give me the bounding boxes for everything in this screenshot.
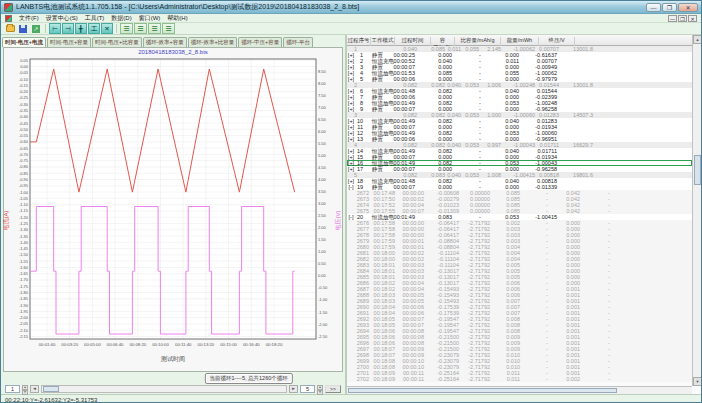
toolbar: ↗ ⊢ ⊣ ╋ 工 ✕ ☰ ☰ ☰ ☰ <box>1 23 701 35</box>
toolbar-separator <box>116 24 117 33</box>
svg-text:-1.80: -1.80 <box>19 290 29 295</box>
stepper-down-icon[interactable]: ▼ <box>317 390 323 395</box>
scroll-left-button[interactable]: ◄ <box>30 385 39 393</box>
svg-text:0.05: 0.05 <box>20 58 29 63</box>
header-specific-capacity[interactable]: 比容量/mAh/g <box>455 37 501 46</box>
tab-cycle-platform[interactable]: 循环-平台 <box>283 37 313 47</box>
header-work-mode[interactable]: 工作模式 <box>371 37 395 46</box>
cross-cursor-button[interactable]: ╋ <box>75 23 87 34</box>
export-data-button[interactable]: ↗ <box>30 23 42 34</box>
svg-text:4.50: 4.50 <box>318 165 327 170</box>
menu-help[interactable]: 帮助(H) <box>167 14 187 23</box>
svg-text:00:15:00: 00:15:00 <box>220 342 237 347</box>
open-file-button[interactable] <box>4 23 16 34</box>
table-hscrollbar-thumb[interactable] <box>348 388 617 393</box>
cycle-count-input[interactable]: 5 <box>300 385 315 393</box>
cycle-count-stepper[interactable]: ▲▼ <box>317 385 323 393</box>
tab-cycle-midvoltage-capacity[interactable]: 循环-中压+容量 <box>238 37 282 47</box>
menu-tools[interactable]: 工具(T) <box>85 14 105 23</box>
svg-text:-1.15: -1.15 <box>19 208 29 213</box>
svg-text:2.00: 2.00 <box>318 225 327 230</box>
svg-text:-2.50: -2.50 <box>318 334 328 339</box>
app-logo-icon <box>4 3 13 12</box>
list-all-button[interactable]: ☰ <box>120 23 133 34</box>
menu-window[interactable]: 窗口(W) <box>139 14 161 23</box>
svg-text:00:03:20: 00:03:20 <box>61 342 78 347</box>
clear-marker-button[interactable]: ✕ <box>101 23 113 34</box>
header-end-voltage[interactable]: 终压/V <box>539 37 575 46</box>
tab-time-voltage-current[interactable]: 时间-电压+电流 <box>2 37 46 47</box>
svg-text:-1.35: -1.35 <box>19 234 29 239</box>
svg-text:-1.55: -1.55 <box>19 259 29 264</box>
list-record-button[interactable]: ☰ <box>162 23 175 34</box>
folder-icon <box>6 25 15 32</box>
chart-tabbar: 时间-电压+电流 时间-电压+容量 时间-电压+比容量 循环-效率+容量 循环-… <box>1 35 345 47</box>
svg-text:-0.75: -0.75 <box>19 158 29 163</box>
scroll-up-icon[interactable]: ▲ <box>693 35 701 44</box>
toolbar-separator <box>45 24 46 33</box>
table-vscrollbar-thumb[interactable] <box>694 155 701 185</box>
chart-area[interactable]: 20180418183038_2_8.bts 电流(A) 电压(V) 测试时间 … <box>3 47 343 372</box>
svg-text:-0.20: -0.20 <box>19 89 29 94</box>
tab-cycle-efficiency-capacity[interactable]: 循环-效率+容量 <box>143 37 187 47</box>
menu-file[interactable]: 文件(F) <box>19 14 39 23</box>
tools-button[interactable]: 工 <box>88 23 100 34</box>
svg-text:-1.85: -1.85 <box>19 296 29 301</box>
svg-text:-0.25: -0.25 <box>19 95 29 100</box>
document-icon <box>5 15 12 22</box>
svg-text:-0.50: -0.50 <box>19 127 29 132</box>
svg-text:-2.00: -2.00 <box>19 315 29 320</box>
minimize-button[interactable]: — <box>646 3 661 12</box>
table-cell: 16 <box>347 160 363 166</box>
header-energy[interactable]: 能量/mWh <box>501 37 539 46</box>
menu-data[interactable]: 数据(D) <box>111 14 131 23</box>
svg-text:-1.10: -1.10 <box>19 202 29 207</box>
svg-text:-1.60: -1.60 <box>19 265 29 270</box>
start-cycle-input[interactable]: 1 <box>5 385 20 393</box>
start-cycle-stepper[interactable]: ▲▼ <box>22 385 28 393</box>
svg-text:-2.05: -2.05 <box>19 321 29 326</box>
header-capacity[interactable]: 容量/mAh <box>431 37 455 46</box>
list-step-button[interactable]: ☰ <box>148 23 161 34</box>
floppy-icon <box>19 25 27 33</box>
mdi-restore-button[interactable]: ❐ <box>678 15 687 22</box>
close-button[interactable]: ✕ <box>678 3 698 12</box>
save-file-button[interactable] <box>17 23 29 34</box>
fast-forward-button[interactable]: >> <box>325 385 341 393</box>
menu-settings-center[interactable]: 设置中心(S) <box>46 14 78 23</box>
marker-left-button[interactable]: ⊢ <box>49 23 61 34</box>
list-cycle-button[interactable]: ☰ <box>134 23 147 34</box>
svg-text:-2.00: -2.00 <box>318 322 328 327</box>
svg-text:-2.10: -2.10 <box>19 328 29 333</box>
tab-time-voltage-capacity[interactable]: 时间-电压+容量 <box>47 37 91 47</box>
data-table-panel: 过程序号 工作模式 过程时间 容量/mAh 比容量/mAh/g 能量/mWh 终… <box>347 35 701 394</box>
chart-scrollbar-thumb[interactable] <box>43 386 59 392</box>
record-row[interactable]: 270200:18:0900:00:11-0.25164-2.717920.01… <box>347 376 692 382</box>
svg-text:-1.25: -1.25 <box>19 221 29 226</box>
svg-text:0.50: 0.50 <box>318 261 327 266</box>
table-vscrollbar[interactable]: ▲ ▼ <box>692 35 701 386</box>
marker-right-button[interactable]: ⊣ <box>62 23 74 34</box>
scroll-right-button[interactable]: ► <box>289 385 298 393</box>
mdi-minimize-button[interactable]: — <box>668 15 677 22</box>
process-row[interactable]: [+]16恒流放电00:01:490.082-0.053-1.00043 <box>347 160 692 166</box>
table-hscrollbar[interactable] <box>347 386 692 394</box>
svg-text:-0.40: -0.40 <box>19 114 29 119</box>
header-blank <box>575 37 683 46</box>
svg-text:-1.95: -1.95 <box>19 309 29 314</box>
stepper-down-icon[interactable]: ▼ <box>22 390 28 395</box>
chart-canvas: 0.050.00-0.05-0.10-0.15-0.20-0.25-0.30-0… <box>4 48 342 371</box>
maximize-button[interactable]: ❐ <box>662 3 677 12</box>
tab-time-voltage-specific-capacity[interactable]: 时间-电压+比容量 <box>92 37 142 47</box>
svg-text:00:08:20: 00:08:20 <box>129 342 146 347</box>
header-process-index[interactable]: 过程序号 <box>347 37 371 46</box>
tab-cycle-efficiency-specific-capacity[interactable]: 循环-效率+比容量 <box>188 37 238 47</box>
svg-text:-1.00: -1.00 <box>318 297 328 302</box>
svg-text:-1.75: -1.75 <box>19 284 29 289</box>
scroll-down-icon[interactable]: ▼ <box>693 377 701 386</box>
header-process-time[interactable]: 过程时间 <box>395 37 431 46</box>
chart-scrollbar[interactable] <box>41 385 287 393</box>
svg-text:1.50: 1.50 <box>318 237 327 242</box>
mdi-close-button[interactable]: ✕ <box>688 15 697 22</box>
svg-text:-0.05: -0.05 <box>19 70 29 75</box>
